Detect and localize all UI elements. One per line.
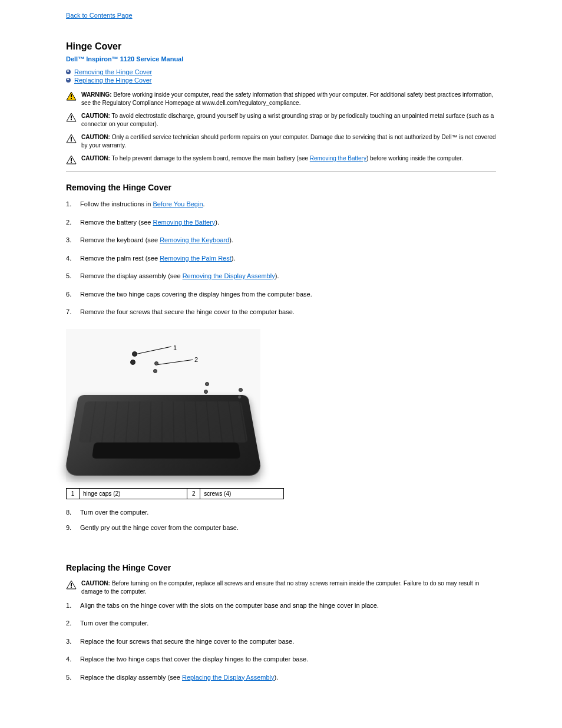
bullet-icon — [66, 78, 71, 83]
step: Turn over the computer. — [66, 618, 496, 628]
step-9: 9. Gently pry out the hinge cover from t… — [66, 524, 496, 531]
section-title-replace: Replacing the Hinge Cover — [66, 563, 496, 572]
warning-prefix: WARNING: — [81, 91, 112, 98]
svg-rect-4 — [71, 116, 72, 118]
caution-text: CAUTION: Before turning on the computer,… — [81, 579, 496, 596]
caution-body: Before turning on the computer, replace … — [81, 580, 479, 595]
step: Follow the instructions in Before You Be… — [66, 199, 496, 209]
before-you-begin-link[interactable]: Before You Begin — [153, 200, 203, 207]
toc-item: Removing the Hinge Cover — [66, 68, 496, 75]
divider — [66, 172, 496, 172]
svg-rect-14 — [71, 587, 72, 588]
caution-icon — [66, 580, 77, 591]
toc-link-remove[interactable]: Removing the Hinge Cover — [74, 68, 152, 75]
remove-steps: Follow the instructions in Before You Be… — [66, 199, 496, 317]
caution-callout: CAUTION: Only a certified service techni… — [66, 133, 496, 150]
replace-steps: Align the tabs on the hinge cover with t… — [66, 601, 496, 683]
svg-rect-13 — [71, 583, 72, 586]
svg-rect-1 — [71, 94, 72, 97]
section-title-remove: Removing the Hinge Cover — [66, 183, 496, 192]
svg-rect-2 — [71, 98, 72, 99]
toc-item: Replacing the Hinge Cover — [66, 77, 496, 84]
part-label: screws (4) — [200, 488, 284, 499]
caution-text: CAUTION: Only a certified service techni… — [81, 133, 496, 150]
caution-prefix: CAUTION: — [81, 155, 110, 162]
svg-rect-7 — [71, 137, 72, 140]
svg-rect-11 — [71, 162, 72, 163]
caution-icon — [66, 134, 77, 144]
step: Replace the four screws that secure the … — [66, 637, 496, 647]
svg-rect-10 — [71, 158, 72, 161]
removing-display-assembly-link[interactable]: Removing the Display Assembly — [183, 272, 275, 279]
step: Remove the palm rest (see Removing the P… — [66, 253, 496, 263]
step: Align the tabs on the hinge cover with t… — [66, 601, 496, 611]
removing-keyboard-link[interactable]: Removing the Keyboard — [160, 236, 229, 243]
caution-callout: CAUTION: Before turning on the computer,… — [66, 579, 496, 596]
step: Replace the display assembly (see Replac… — [66, 673, 496, 683]
warning-text: WARNING: Before working inside your comp… — [81, 91, 496, 107]
replacing-display-assembly-link[interactable]: Replacing the Display Assembly — [182, 674, 275, 681]
step: Replace the two hinge caps that cover th… — [66, 654, 496, 664]
part-num: 1 — [67, 488, 80, 499]
step: Remove the two hinge caps covering the d… — [66, 289, 496, 299]
callout-2: 2 — [194, 356, 198, 363]
caution-callout: CAUTION: To help prevent damage to the s… — [66, 154, 496, 166]
step: Remove the battery (see Removing the Bat… — [66, 218, 496, 228]
remove-battery-link[interactable]: Removing the Battery — [310, 155, 366, 162]
caution-text: CAUTION: To avoid electrostatic discharg… — [81, 112, 496, 129]
step: Remove the display assembly (see Removin… — [66, 271, 496, 281]
part-num: 2 — [187, 488, 200, 499]
caution-callout: CAUTION: To avoid electrostatic discharg… — [66, 112, 496, 129]
caution-after: ) before working inside the computer. — [366, 155, 463, 162]
step: Remove the four screws that secure the h… — [66, 307, 496, 317]
warning-icon — [66, 91, 77, 102]
caution-prefix: CAUTION: — [81, 580, 110, 587]
parts-table: 1 hinge caps (2) 2 screws (4) — [66, 488, 284, 499]
part-label: hinge caps (2) — [80, 488, 187, 499]
warning-body: Before working inside your computer, rea… — [81, 91, 493, 106]
svg-rect-8 — [71, 140, 72, 141]
removing-battery-link[interactable]: Removing the Battery — [153, 219, 216, 226]
caution-prefix: CAUTION: — [81, 134, 110, 140]
table-row: 1 hinge caps (2) 2 screws (4) — [67, 488, 284, 499]
caution-before: To help prevent damage to the system boa… — [112, 155, 310, 162]
caution-icon — [66, 113, 77, 123]
page-title: Hinge Cover — [66, 41, 496, 52]
back-to-contents-link[interactable]: Back to Contents Page — [66, 12, 133, 19]
callout-1: 1 — [173, 344, 177, 351]
manual-title: Dell™ Inspiron™ 1120 Service Manual — [66, 55, 496, 62]
caution-text: CAUTION: To help prevent damage to the s… — [81, 154, 463, 163]
caution-body: To avoid electrostatic discharge, ground… — [81, 113, 494, 127]
bullet-icon — [66, 70, 71, 74]
step-8: 8. Turn over the computer. — [66, 509, 496, 516]
warning-callout: WARNING: Before working inside your comp… — [66, 91, 496, 107]
figure: 1 2 — [66, 329, 496, 482]
toc-link-replace[interactable]: Replacing the Hinge Cover — [74, 77, 151, 84]
removing-palm-rest-link[interactable]: Removing the Palm Rest — [160, 255, 232, 262]
toc: Removing the Hinge Cover Replacing the H… — [66, 68, 496, 84]
figure-image: 1 2 — [66, 329, 260, 482]
step: Remove the keyboard (see Removing the Ke… — [66, 235, 496, 245]
caution-body: Only a certified service technician shou… — [81, 134, 496, 149]
caution-icon — [66, 155, 77, 166]
caution-prefix: CAUTION: — [81, 113, 110, 119]
svg-rect-5 — [71, 119, 72, 120]
